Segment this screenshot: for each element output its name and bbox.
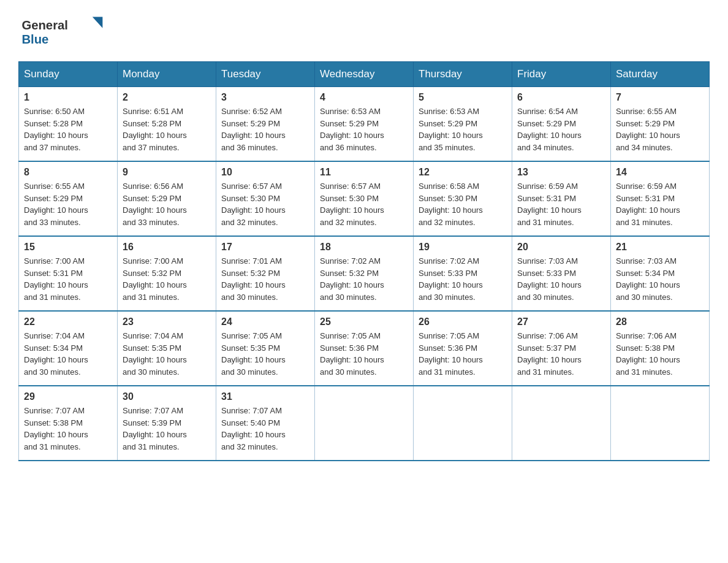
day-info: Sunrise: 7:05 AMSunset: 5:35 PMDaylight:… [221,331,286,377]
day-number: 12 [419,167,507,178]
day-number: 25 [320,316,408,327]
day-number: 4 [320,92,408,103]
weekday-header-monday: Monday [118,62,216,87]
day-info: Sunrise: 6:53 AMSunset: 5:29 PMDaylight:… [419,107,483,152]
calendar-cell [414,386,512,461]
day-number: 15 [24,242,112,253]
day-info: Sunrise: 7:04 AMSunset: 5:34 PMDaylight:… [24,331,88,377]
day-info: Sunrise: 7:02 AMSunset: 5:32 PMDaylight:… [320,256,384,302]
calendar-cell: 17 Sunrise: 7:01 AMSunset: 5:32 PMDaylig… [216,236,315,311]
calendar-cell: 24 Sunrise: 7:05 AMSunset: 5:35 PMDaylig… [216,311,315,386]
day-number: 26 [419,316,507,327]
calendar-cell: 19 Sunrise: 7:02 AMSunset: 5:33 PMDaylig… [414,236,512,311]
day-number: 18 [320,242,408,253]
day-info: Sunrise: 6:57 AMSunset: 5:30 PMDaylight:… [221,182,286,227]
calendar-cell: 15 Sunrise: 7:00 AMSunset: 5:31 PMDaylig… [19,236,118,311]
weekday-header-sunday: Sunday [19,62,118,87]
calendar-week-row: 8 Sunrise: 6:55 AMSunset: 5:29 PMDayligh… [19,161,710,236]
calendar-cell [512,386,611,461]
day-number: 19 [419,242,507,253]
day-info: Sunrise: 7:07 AMSunset: 5:40 PMDaylight:… [221,406,286,451]
day-info: Sunrise: 6:56 AMSunset: 5:29 PMDaylight:… [123,182,187,227]
day-number: 27 [517,316,605,327]
day-number: 16 [123,242,211,253]
calendar-cell: 25 Sunrise: 7:05 AMSunset: 5:36 PMDaylig… [315,311,414,386]
day-info: Sunrise: 7:06 AMSunset: 5:37 PMDaylight:… [517,331,582,377]
day-info: Sunrise: 7:07 AMSunset: 5:39 PMDaylight:… [123,406,187,451]
day-number: 6 [517,92,605,103]
day-info: Sunrise: 7:05 AMSunset: 5:36 PMDaylight:… [419,331,483,377]
calendar-cell: 5 Sunrise: 6:53 AMSunset: 5:29 PMDayligh… [414,87,512,162]
day-info: Sunrise: 6:55 AMSunset: 5:29 PMDaylight:… [616,107,680,152]
day-info: Sunrise: 6:57 AMSunset: 5:30 PMDaylight:… [320,182,384,227]
calendar-week-row: 1 Sunrise: 6:50 AMSunset: 5:28 PMDayligh… [19,87,710,162]
day-info: Sunrise: 7:00 AMSunset: 5:31 PMDaylight:… [24,256,88,302]
calendar-cell: 23 Sunrise: 7:04 AMSunset: 5:35 PMDaylig… [118,311,216,386]
day-number: 1 [24,92,112,103]
day-info: Sunrise: 7:03 AMSunset: 5:34 PMDaylight:… [616,256,680,302]
calendar-cell: 6 Sunrise: 6:54 AMSunset: 5:29 PMDayligh… [512,87,611,162]
calendar-cell: 8 Sunrise: 6:55 AMSunset: 5:29 PMDayligh… [19,161,118,236]
calendar-cell: 22 Sunrise: 7:04 AMSunset: 5:34 PMDaylig… [19,311,118,386]
weekday-header-tuesday: Tuesday [216,62,315,87]
calendar-cell [611,386,710,461]
day-number: 8 [24,167,112,178]
calendar-cell: 18 Sunrise: 7:02 AMSunset: 5:32 PMDaylig… [315,236,414,311]
day-info: Sunrise: 7:00 AMSunset: 5:32 PMDaylight:… [123,256,187,302]
day-number: 14 [616,167,704,178]
calendar-week-row: 22 Sunrise: 7:04 AMSunset: 5:34 PMDaylig… [19,311,710,386]
weekday-header-thursday: Thursday [414,62,512,87]
day-info: Sunrise: 7:06 AMSunset: 5:38 PMDaylight:… [616,331,680,377]
calendar-cell: 2 Sunrise: 6:51 AMSunset: 5:28 PMDayligh… [118,87,216,162]
calendar-cell [315,386,414,461]
calendar-cell: 4 Sunrise: 6:53 AMSunset: 5:29 PMDayligh… [315,87,414,162]
day-info: Sunrise: 7:05 AMSunset: 5:36 PMDaylight:… [320,331,384,377]
calendar-cell: 14 Sunrise: 6:59 AMSunset: 5:31 PMDaylig… [611,161,710,236]
day-number: 29 [24,391,112,402]
day-number: 11 [320,167,408,178]
calendar-cell: 11 Sunrise: 6:57 AMSunset: 5:30 PMDaylig… [315,161,414,236]
day-number: 2 [123,92,211,103]
header: General Blue [18,12,710,49]
calendar-cell: 12 Sunrise: 6:58 AMSunset: 5:30 PMDaylig… [414,161,512,236]
weekday-header-saturday: Saturday [611,62,710,87]
day-number: 20 [517,242,605,253]
calendar-cell: 26 Sunrise: 7:05 AMSunset: 5:36 PMDaylig… [414,311,512,386]
calendar-table: SundayMondayTuesdayWednesdayThursdayFrid… [18,61,710,461]
day-info: Sunrise: 6:54 AMSunset: 5:29 PMDaylight:… [517,107,582,152]
day-info: Sunrise: 6:51 AMSunset: 5:28 PMDaylight:… [123,107,187,152]
calendar-cell: 30 Sunrise: 7:07 AMSunset: 5:39 PMDaylig… [118,386,216,461]
calendar-cell: 16 Sunrise: 7:00 AMSunset: 5:32 PMDaylig… [118,236,216,311]
calendar-cell: 3 Sunrise: 6:52 AMSunset: 5:29 PMDayligh… [216,87,315,162]
calendar-cell: 10 Sunrise: 6:57 AMSunset: 5:30 PMDaylig… [216,161,315,236]
calendar-cell: 1 Sunrise: 6:50 AMSunset: 5:28 PMDayligh… [19,87,118,162]
day-info: Sunrise: 7:02 AMSunset: 5:33 PMDaylight:… [419,256,483,302]
weekday-header-row: SundayMondayTuesdayWednesdayThursdayFrid… [19,62,710,87]
day-number: 28 [616,316,704,327]
day-number: 22 [24,316,112,327]
svg-text:General: General [21,18,68,32]
logo-area: General Blue [18,12,104,49]
calendar-cell: 20 Sunrise: 7:03 AMSunset: 5:33 PMDaylig… [512,236,611,311]
svg-text:Blue: Blue [21,33,48,46]
day-number: 17 [221,242,309,253]
calendar-cell: 29 Sunrise: 7:07 AMSunset: 5:38 PMDaylig… [19,386,118,461]
day-number: 5 [419,92,507,103]
day-number: 24 [221,316,309,327]
day-number: 3 [221,92,309,103]
day-info: Sunrise: 6:52 AMSunset: 5:29 PMDaylight:… [221,107,286,152]
day-info: Sunrise: 6:58 AMSunset: 5:30 PMDaylight:… [419,182,483,227]
day-number: 7 [616,92,704,103]
day-number: 9 [123,167,211,178]
svg-marker-1 [93,17,103,28]
calendar-cell: 7 Sunrise: 6:55 AMSunset: 5:29 PMDayligh… [611,87,710,162]
logo-svg: General Blue [18,12,104,49]
calendar-cell: 27 Sunrise: 7:06 AMSunset: 5:37 PMDaylig… [512,311,611,386]
day-info: Sunrise: 6:59 AMSunset: 5:31 PMDaylight:… [616,182,680,227]
day-number: 21 [616,242,704,253]
day-info: Sunrise: 7:01 AMSunset: 5:32 PMDaylight:… [221,256,286,302]
calendar-cell: 21 Sunrise: 7:03 AMSunset: 5:34 PMDaylig… [611,236,710,311]
calendar-week-row: 29 Sunrise: 7:07 AMSunset: 5:38 PMDaylig… [19,386,710,461]
day-number: 23 [123,316,211,327]
weekday-header-wednesday: Wednesday [315,62,414,87]
